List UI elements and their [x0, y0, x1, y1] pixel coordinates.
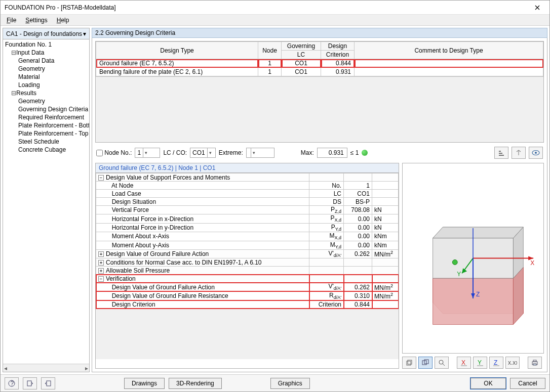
detail-row[interactable]: Moment About y-AxisMY,d0.00kNm — [96, 241, 399, 249]
detail-row[interactable]: Horizontal Force in x-DirectionPX,d0.00k… — [96, 214, 399, 223]
lcco-select[interactable]: CO1▾ — [190, 148, 216, 158]
detail-label: Moment About x-Axis — [96, 232, 309, 241]
minus-icon[interactable]: − — [98, 276, 104, 282]
svg-text:Z: Z — [476, 291, 480, 298]
detail-symbol — [309, 275, 344, 283]
detail-group-row[interactable]: −Design Value of Support Forces and Mome… — [96, 173, 399, 182]
detail-symbol: MX,d — [309, 232, 344, 241]
close-button[interactable] — [529, 2, 545, 14]
tree-material[interactable]: Material — [5, 73, 87, 81]
svg-text:Z: Z — [494, 359, 497, 366]
detail-row[interactable]: Design SituationDSBS-P — [96, 198, 399, 206]
plus-icon[interactable]: + — [98, 251, 104, 257]
tree-r-plate-top[interactable]: Plate Reinforcement - Top — [5, 129, 87, 138]
detail-row[interactable]: Vertical ForcePZ,d708.08kN — [96, 206, 399, 214]
view-persp-button[interactable] — [418, 357, 433, 369]
tree-root[interactable]: Foundation No. 1 — [5, 40, 87, 49]
print-button[interactable] — [528, 357, 542, 369]
plus-icon[interactable]: + — [98, 260, 104, 266]
svg-point-1 — [535, 152, 537, 154]
detail-symbol — [309, 173, 344, 182]
tree-r-governing[interactable]: Governing Design Criteria — [5, 105, 87, 113]
th-node[interactable]: Node — [258, 42, 282, 59]
detail-row[interactable]: Design Value of Ground Failure ActionV'd… — [96, 283, 399, 291]
detail-symbol: Criterion — [309, 300, 344, 309]
left-scrollbar[interactable]: ◂ ▸ — [3, 364, 89, 372]
svg-rect-34 — [27, 381, 31, 386]
tree-loading[interactable]: Loading — [5, 81, 87, 89]
table-row[interactable]: Bending failure of the plate (EC 2, 6.1)… — [96, 68, 543, 76]
detail-row[interactable]: Moment About x-AxisMX,d0.00kNm — [96, 232, 399, 241]
cell-design-type: Ground failure (EC 7, 6.5.2) — [96, 59, 258, 68]
detail-group-row[interactable]: +Allowable Soil Pressure — [96, 267, 399, 275]
detail-row[interactable]: Horizontal Force in y-DirectionPY,d0.00k… — [96, 223, 399, 232]
drawings-button[interactable]: Drawings — [124, 378, 165, 389]
detail-row[interactable]: Load CaseLCCO1 — [96, 190, 399, 198]
filter-button[interactable] — [512, 147, 526, 159]
tree-r-required[interactable]: Required Reinforcement — [5, 113, 87, 121]
svg-point-23 — [439, 360, 443, 364]
tree-r-concrete[interactable]: Concrete Cubage — [5, 146, 87, 154]
rendering-button[interactable]: 3D-Rendering — [169, 378, 222, 389]
detail-group-row[interactable]: +Design Value of Ground Failure ActionV'… — [96, 249, 399, 258]
detail-group-row[interactable]: +Conditions for Normal Case acc. to DIN … — [96, 258, 399, 267]
view-iso-button[interactable] — [402, 357, 416, 369]
minus-icon[interactable]: − — [98, 175, 104, 181]
table-row[interactable]: Ground failure (EC 7, 6.5.2)1CO10.844 — [96, 59, 543, 68]
cancel-button[interactable]: Cancel — [510, 378, 545, 389]
th-governing[interactable]: Governing — [282, 42, 321, 51]
tree-results[interactable]: ⊟Results — [5, 89, 87, 97]
detail-row[interactable]: Design CriterionCriterion0.844 — [96, 300, 399, 309]
tree-general-data[interactable]: General Data — [5, 57, 87, 65]
menu-settings[interactable]: Settings — [21, 16, 51, 25]
detail-unit: MN/m2 — [372, 283, 399, 291]
node-checkbox[interactable]: Node No.: — [96, 149, 132, 156]
detail-value — [344, 275, 372, 283]
eye-icon — [532, 150, 540, 156]
th-lc[interactable]: LC — [282, 51, 321, 59]
export-button[interactable] — [23, 377, 37, 389]
node-select[interactable]: 1▾ — [135, 148, 160, 158]
plus-icon[interactable]: + — [98, 268, 104, 274]
extreme-select[interactable]: ▾ — [246, 148, 274, 158]
th-comment[interactable]: Comment to Design Type — [355, 42, 543, 59]
tree-input-data[interactable]: ⊟Input Data — [5, 49, 87, 57]
menu-help[interactable]: Help — [53, 16, 73, 25]
zoom-button[interactable] — [435, 357, 449, 369]
detail-unit — [372, 182, 399, 190]
tree-geometry[interactable]: Geometry — [5, 65, 87, 73]
detail-value: 0.310 — [344, 291, 372, 300]
th-design[interactable]: Design — [321, 42, 355, 51]
case-combo-label: CA1 - Design of foundations — [6, 30, 82, 37]
window-title: FOUNDATION Pro - [RSTAB-Modelldata] — [5, 4, 529, 11]
detail-unit — [372, 190, 399, 198]
ok-button[interactable]: OK — [470, 378, 506, 389]
values-button[interactable]: x.xx — [505, 357, 520, 369]
axis-x-button[interactable]: X — [457, 357, 471, 369]
case-combo[interactable]: CA1 - Design of foundations ▾ — [3, 28, 89, 39]
svg-text:x.xx: x.xx — [508, 359, 517, 366]
svg-text:Y: Y — [457, 271, 461, 278]
detail-value: 0.00 — [344, 223, 372, 232]
axis-y-button[interactable]: Y — [473, 357, 487, 369]
render-viewport[interactable]: Z Y X — [402, 163, 544, 354]
detail-label: Design Criterion — [96, 300, 309, 309]
axis-z-button[interactable]: Z — [489, 357, 503, 369]
th-criterion[interactable]: Criterion — [321, 51, 355, 59]
tree-r-plate-bottom[interactable]: Plate Reinforcement - Bottom — [5, 121, 87, 129]
import-button[interactable] — [41, 377, 55, 389]
help-button[interactable]: ? — [5, 377, 19, 389]
detail-row[interactable]: Design Value of Ground Failure Resistanc… — [96, 291, 399, 300]
sort-button[interactable] — [494, 147, 508, 159]
detail-group-row[interactable]: −Verification — [96, 275, 399, 283]
model-3d-icon: Z Y X — [403, 163, 543, 353]
svg-text:X: X — [530, 259, 534, 267]
menu-file[interactable]: File — [3, 16, 20, 25]
detail-row[interactable]: At NodeNo.1 — [96, 182, 399, 190]
menu-bar: File Settings Help — [1, 15, 549, 26]
tree-r-geometry[interactable]: Geometry — [5, 97, 87, 105]
graphics-button[interactable]: Graphics — [270, 378, 310, 389]
view-button[interactable] — [529, 147, 543, 159]
th-design-type[interactable]: Design Type — [96, 42, 258, 59]
tree-r-steel[interactable]: Steel Schedule — [5, 138, 87, 146]
